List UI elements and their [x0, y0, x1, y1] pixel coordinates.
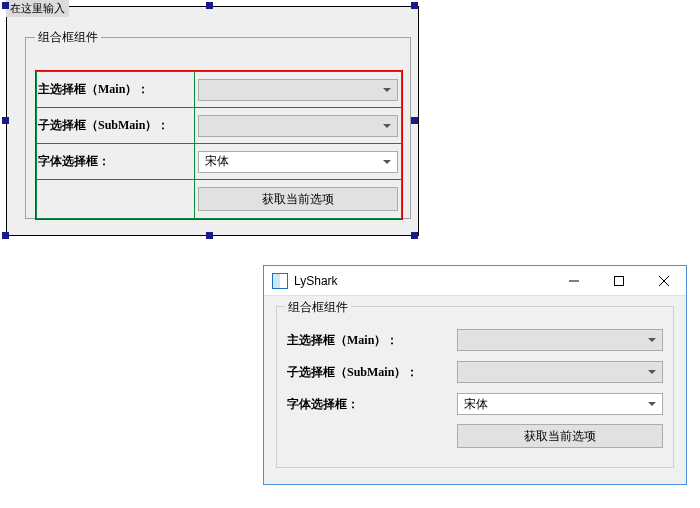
get-current-button[interactable]: 获取当前选项: [457, 424, 663, 448]
groupbox-designer-title: 组合框组件: [35, 29, 101, 46]
font-combo-label: 字体选择框：: [37, 154, 111, 168]
sub-combo[interactable]: [457, 361, 663, 383]
resize-handle[interactable]: [2, 2, 9, 9]
main-combo-label: 主选择框（Main）：: [287, 332, 457, 349]
sub-combo-designer[interactable]: [198, 115, 398, 137]
chevron-down-icon: [648, 402, 656, 406]
row-sub: 子选择框（SubMain）：: [287, 359, 663, 385]
app-icon: [272, 273, 288, 289]
chevron-down-icon: [648, 338, 656, 342]
resize-handle[interactable]: [206, 232, 213, 239]
font-combo-designer[interactable]: 宋体: [198, 151, 398, 173]
font-combo-value: 宋体: [464, 396, 488, 413]
layout-selection-outline: 主选择框（Main）： 子选择框（SubMain）：: [35, 70, 403, 220]
groupbox-runtime-title: 组合框组件: [285, 299, 351, 316]
row-main: 主选择框（Main）：: [287, 327, 663, 353]
chevron-down-icon: [383, 160, 391, 164]
runtime-window: LyShark 组合框组件 主选择框（Main）： 子选择框（SubMain）：: [263, 265, 687, 485]
svg-rect-1: [614, 276, 623, 285]
resize-handle[interactable]: [206, 2, 213, 9]
resize-handle[interactable]: [2, 117, 9, 124]
minimize-button[interactable]: [551, 266, 596, 296]
row-font: 字体选择框： 宋体: [287, 391, 663, 417]
chevron-down-icon: [383, 88, 391, 92]
sub-combo-label: 子选择框（SubMain）：: [287, 364, 457, 381]
font-combo-value: 宋体: [205, 153, 229, 170]
main-combo-designer[interactable]: [198, 79, 398, 101]
main-combo[interactable]: [457, 329, 663, 351]
font-combo-label: 字体选择框：: [287, 396, 457, 413]
designer-placeholder-label: 在这里输入: [6, 0, 69, 17]
client-area: 组合框组件 主选择框（Main）： 子选择框（SubMain）： 字体选择框： …: [264, 296, 686, 484]
row-button: 获取当前选项: [287, 423, 663, 449]
resize-handle[interactable]: [411, 117, 418, 124]
groupbox-designer[interactable]: 组合框组件 主选择框（Main）： 子选择框（SubMain）：: [25, 29, 411, 219]
minimize-icon: [569, 276, 579, 286]
main-combo-label: 主选择框（Main）：: [37, 82, 150, 96]
form-layout-grid: 主选择框（Main）： 子选择框（SubMain）：: [36, 71, 402, 219]
font-combo[interactable]: 宋体: [457, 393, 663, 415]
get-current-button-designer[interactable]: 获取当前选项: [198, 187, 398, 211]
chevron-down-icon: [648, 370, 656, 374]
resize-handle[interactable]: [411, 2, 418, 9]
close-button[interactable]: [641, 266, 686, 296]
maximize-button[interactable]: [596, 266, 641, 296]
close-icon: [659, 276, 669, 286]
maximize-icon: [614, 276, 624, 286]
window-title: LyShark: [294, 274, 551, 288]
designer-canvas[interactable]: 在这里输入 组合框组件 主选择框（Main）： 子选择框（SubMain）：: [6, 6, 419, 236]
resize-handle[interactable]: [411, 232, 418, 239]
resize-handle[interactable]: [2, 232, 9, 239]
sub-combo-label: 子选择框（SubMain）：: [37, 118, 170, 132]
chevron-down-icon: [383, 124, 391, 128]
groupbox-runtime: 组合框组件 主选择框（Main）： 子选择框（SubMain）： 字体选择框： …: [276, 306, 674, 468]
titlebar[interactable]: LyShark: [264, 266, 686, 296]
